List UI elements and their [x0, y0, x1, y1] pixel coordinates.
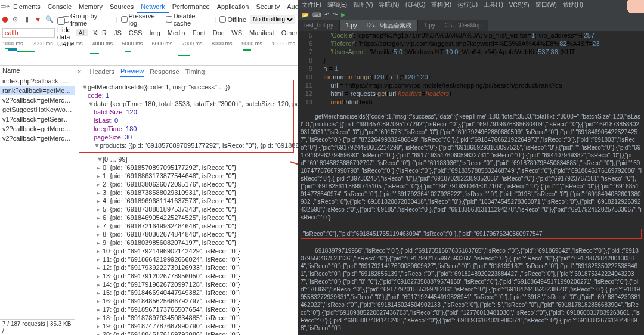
preview-item[interactable]: ▸12: {pid: "6917939222739126933", isReco…: [79, 263, 294, 272]
request-row[interactable]: getSuggestHotKeyword…: [0, 105, 75, 114]
menu-item[interactable]: 代码(C): [405, 1, 425, 9]
preview-item[interactable]: ▸18: {pid: "6918789793450834885", isReco…: [79, 314, 294, 322]
record-icon[interactable]: [2, 17, 8, 23]
preview-item[interactable]: ▸13: {pid: "6917912026778956050", isReco…: [79, 272, 294, 280]
menu-item[interactable]: VCS(S): [509, 2, 530, 8]
undo-icon[interactable]: ↶: [324, 11, 329, 18]
editor-tab-0[interactable]: test_bot.py: [298, 20, 340, 31]
menu-item[interactable]: 窗口(W): [535, 1, 557, 9]
inspect-icon[interactable]: ▭: [0, 2, 6, 10]
editor-tabs: test_bot.py 1.py — D:\…\唯品会素成 1.py — C:\…: [298, 20, 644, 31]
request-row[interactable]: v1?callback=getSearch…: [0, 114, 75, 124]
preview-item[interactable]: ▸14: {pid: "6917919626720997128", isReco…: [79, 280, 294, 289]
run-output[interactable]: getMerchandiseIds({"code":1,"msg":"succe…: [298, 104, 644, 335]
preview-item[interactable]: ▸9: {pid: "6918039856082074197", isReco:…: [79, 238, 294, 247]
tab-sources[interactable]: Sources: [106, 0, 137, 13]
network-controls: ⊘ ▮ ▼ 🔍 | Group by frame | Preserve log …: [0, 13, 298, 26]
pill-doc[interactable]: Doc: [210, 29, 227, 36]
folder-icon[interactable]: 📂: [302, 11, 309, 18]
preview-item[interactable]: ▸1: {pid: "6918863173877544646", isReco:…: [79, 172, 294, 180]
redo-icon[interactable]: ↷: [333, 11, 338, 18]
preview-item[interactable]: ▸5: {pid: "6918738881897537343", isReco:…: [79, 205, 294, 213]
preview-item[interactable]: ▸7: {pid: "6918721649932484648", isReco:…: [79, 222, 294, 230]
pill-other[interactable]: Other: [279, 29, 301, 36]
tab-security[interactable]: Security: [252, 0, 283, 13]
pill-js[interactable]: JS: [112, 29, 124, 36]
preview-item[interactable]: ▸2: {pid: "6918380626072095176", isReco:…: [79, 180, 294, 188]
dtab-preview[interactable]: Preview: [120, 66, 144, 77]
menu-item[interactable]: 帮助(H): [563, 1, 583, 9]
close-icon[interactable]: ×: [78, 68, 83, 75]
preview-item[interactable]: ▸6: {pid: "6918469054225274525", isReco:…: [79, 213, 294, 222]
throttle-select[interactable]: No throttling: [250, 15, 295, 24]
clear-icon[interactable]: ⊘: [11, 15, 19, 23]
request-row[interactable]: v2?callback=getMercha…: [0, 95, 75, 105]
request-row[interactable]: v2?callback=getMercha…: [0, 134, 75, 143]
preview-item[interactable]: ▸0: {pid: "6918570897095177292", isReco:…: [79, 163, 294, 172]
menu-item[interactable]: 视图(V): [353, 1, 373, 9]
mascot-icon: [621, 0, 644, 13]
tab-console[interactable]: Console: [44, 0, 75, 13]
menu-item[interactable]: 导航(N): [379, 1, 399, 9]
editor-toolbar: 📂 ⌨ ↶ ↷ ▶: [298, 10, 644, 20]
tab-application[interactable]: Application: [213, 0, 253, 13]
code-area[interactable]: 5678910111213 'Cookie': 'cps=adp%3Ag1o71…: [298, 31, 644, 104]
editor-tab-1[interactable]: 1.py — D:\…\唯品会素成: [340, 20, 418, 31]
status-bar: 7 / 187 requests | 35.3 KB /: [0, 319, 75, 335]
film-icon[interactable]: ▮: [23, 15, 30, 23]
menu-item[interactable]: 重构(R): [431, 1, 451, 9]
pill-css[interactable]: CSS: [126, 29, 145, 36]
dtab-timing[interactable]: Timing: [185, 68, 205, 75]
preserve-log[interactable]: Preserve log: [121, 13, 162, 27]
menu-item[interactable]: 工具(T): [484, 1, 503, 9]
filter-icon[interactable]: ▼: [34, 16, 42, 23]
offline[interactable]: Offline: [219, 16, 246, 23]
preview-tree[interactable]: ▼getMerchandiseIds({code: 1, msg: "succe…: [75, 77, 298, 335]
preview-item[interactable]: ▸17: {pid: "6918567173765507654", isReco…: [79, 305, 294, 314]
pill-font[interactable]: Font: [190, 29, 208, 36]
network-body: Name index.php?callback=…rank?callback=g…: [0, 66, 298, 335]
save-icon[interactable]: ⌨: [312, 11, 321, 18]
tab-performance[interactable]: Performance: [169, 0, 213, 13]
preview-item[interactable]: ▸4: {pid: "6918969681141637573", isReco:…: [79, 197, 294, 205]
pill-ws[interactable]: WS: [229, 29, 244, 36]
devtools-pane: ▭ ⌖ Elements Console Memory Sources Netw…: [0, 0, 298, 335]
pill-all[interactable]: All: [76, 29, 88, 36]
preview-item[interactable]: ▸20: {pid: "6918845176169792086", isReco…: [79, 330, 294, 335]
devtools-tabs: ▭ ⌖ Elements Console Memory Sources Netw…: [0, 0, 298, 13]
menu-item[interactable]: 编辑(E): [327, 1, 347, 9]
preview-item[interactable]: ▸11: {pid: "6918664219992666024", isReco…: [79, 255, 294, 263]
tab-network[interactable]: Network: [137, 0, 168, 13]
preview-item[interactable]: ▸15: {pid: "6918466940447949382", isReco…: [79, 289, 294, 297]
tab-memory[interactable]: Memory: [75, 0, 106, 13]
name-header[interactable]: Name: [0, 66, 75, 76]
preview-item[interactable]: ▸16: {pid: "6918485625686792797", isReco…: [79, 297, 294, 305]
timeline[interactable]: 1000 ms2000 ms3000 ms4000 ms5000 ms6000 …: [0, 39, 298, 66]
editor-tab-2[interactable]: 1.py — C:\…\Desktop: [418, 20, 488, 31]
pill-media[interactable]: Media: [165, 29, 188, 36]
menu-item[interactable]: 运行(U): [457, 1, 478, 9]
dtab-response[interactable]: Response: [150, 68, 179, 75]
preview-item[interactable]: ▸10: {pid: "6917921496902142429", isReco…: [79, 247, 294, 255]
request-row[interactable]: index.php?callback=…: [0, 76, 75, 86]
run-icon[interactable]: ▶: [341, 11, 346, 18]
preview-item[interactable]: ▸19: {pid: "6918747787667990790", isReco…: [79, 322, 294, 330]
editor-menu: 文件(F)编辑(E)视图(V)导航(N)代码(C)重构(R)运行(U)工具(T)…: [298, 0, 644, 10]
dtab-headers[interactable]: Headers: [89, 68, 114, 75]
editor-pane: 文件(F)编辑(E)视图(V)导航(N)代码(C)重构(R)运行(U)工具(T)…: [298, 0, 644, 335]
disable-cache[interactable]: Disable cache: [166, 13, 211, 27]
pill-manifest[interactable]: Manifest: [247, 29, 277, 36]
request-row[interactable]: rank?callback=getMer…: [0, 86, 75, 95]
pill-img[interactable]: Img: [147, 29, 162, 36]
request-row[interactable]: v2?callback=getMercha…: [0, 124, 75, 134]
preview-item[interactable]: ▸3: {pid: "6918738588029310931", isReco:…: [79, 188, 294, 197]
filter-input[interactable]: [2, 28, 55, 38]
network-filter: Hide data URLs All XHR JS CSS Img Media …: [0, 26, 298, 39]
menu-item[interactable]: 文件(F): [302, 1, 321, 9]
tab-elements[interactable]: Elements: [10, 0, 44, 13]
pill-xhr[interactable]: XHR: [91, 29, 109, 36]
search-icon[interactable]: 🔍: [45, 15, 54, 23]
request-detail: × Headers Preview Response Timing ▼getMe…: [75, 66, 298, 335]
preview-item[interactable]: ▸8: {pid: "6918780362674844840", isReco:…: [79, 230, 294, 238]
request-list: Name index.php?callback=…rank?callback=g…: [0, 66, 75, 335]
